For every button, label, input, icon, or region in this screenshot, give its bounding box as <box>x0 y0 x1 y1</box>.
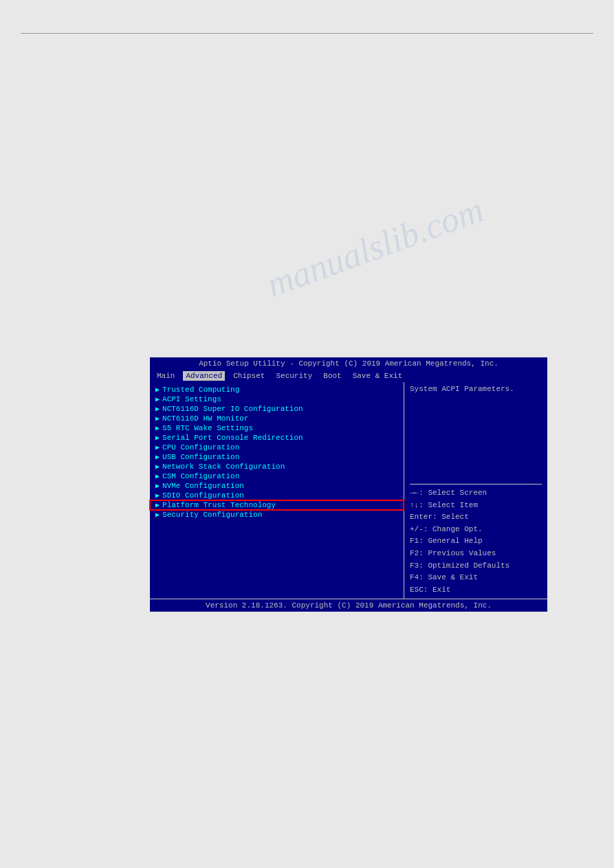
key-esc: ESC: Exit <box>410 584 542 597</box>
arrow-icon: ▶ <box>155 414 160 423</box>
bios-left-panel: ▶ Trusted Computing ▶ ACPI Settings ▶ NC… <box>150 382 404 599</box>
arrow-icon: ▶ <box>155 463 160 471</box>
nav-item-boot[interactable]: Boot <box>320 371 344 381</box>
key-select-item: ↑↓: Select Item <box>410 500 542 512</box>
key-f2: F2: Previous Values <box>410 548 542 560</box>
menu-trusted-computing[interactable]: ▶ Trusted Computing <box>150 385 404 394</box>
menu-csm-config[interactable]: ▶ CSM Configuration <box>150 471 404 481</box>
menu-usb-config[interactable]: ▶ USB Configuration <box>150 452 404 462</box>
menu-s5-rtc[interactable]: ▶ S5 RTC Wake Settings <box>150 423 404 433</box>
menu-serial-port[interactable]: ▶ Serial Port Console Redirection <box>150 433 404 443</box>
arrow-icon: ▶ <box>155 434 160 442</box>
key-f3: F3: Optimized Defaults <box>410 560 542 572</box>
arrow-icon: ▶ <box>155 501 160 509</box>
arrow-icon: ▶ <box>155 395 160 403</box>
page-background: manualslib.com Aptio Setup Utility - Cop… <box>0 0 614 868</box>
arrow-icon: ▶ <box>155 511 160 519</box>
key-change-opt: +/-: Change Opt. <box>410 524 542 536</box>
arrow-icon: ▶ <box>155 405 160 413</box>
key-help-section: →←: Select Screen ↑↓: Select Item Enter:… <box>410 487 542 596</box>
bios-footer: Version 2.18.1263. Copyright (C) 2019 Am… <box>150 599 547 612</box>
bios-body: ▶ Trusted Computing ▶ ACPI Settings ▶ NC… <box>150 382 547 599</box>
arrow-icon: ▶ <box>155 453 160 461</box>
key-f4: F4: Save & Exit <box>410 572 542 584</box>
watermark: manualslib.com <box>261 189 489 305</box>
bios-nav-bar: Main Advanced Chipset Security Boot Save… <box>150 370 547 382</box>
menu-security-config[interactable]: ▶ Security Configuration <box>150 510 404 520</box>
key-enter: Enter: Select <box>410 511 542 524</box>
arrow-icon: ▶ <box>155 443 160 452</box>
arrow-icon: ▶ <box>155 491 160 500</box>
menu-sdio-config[interactable]: ▶ SDIO Configuration <box>150 491 404 500</box>
menu-cpu-config[interactable]: ▶ CPU Configuration <box>150 443 404 452</box>
divider <box>410 484 542 485</box>
menu-network-stack[interactable]: ▶ Network Stack Configuration <box>150 462 404 471</box>
nav-item-security[interactable]: Security <box>273 371 315 381</box>
menu-nvme-config[interactable]: ▶ NVMe Configuration <box>150 481 404 491</box>
arrow-icon: ▶ <box>155 424 160 432</box>
menu-super-io[interactable]: ▶ NCT6116D Super IO Configuration <box>150 404 404 414</box>
top-decorative-line <box>21 33 593 34</box>
key-select-screen: →←: Select Screen <box>410 487 542 500</box>
menu-platform-trust[interactable]: ▶ Platform Trust Technology <box>150 500 404 510</box>
nav-item-main[interactable]: Main <box>154 371 177 381</box>
bios-right-panel: System ACPI Parameters. →←: Select Scree… <box>404 382 547 599</box>
nav-item-save-exit[interactable]: Save & Exit <box>350 371 406 381</box>
help-description: System ACPI Parameters. <box>410 385 542 393</box>
nav-item-chipset[interactable]: Chipset <box>230 371 267 381</box>
arrow-icon: ▶ <box>155 482 160 490</box>
arrow-icon: ▶ <box>155 472 160 480</box>
arrow-icon: ▶ <box>155 386 160 394</box>
nav-item-advanced[interactable]: Advanced <box>183 371 225 381</box>
key-f1: F1: General Help <box>410 535 542 548</box>
bios-title: Aptio Setup Utility - Copyright (C) 2019… <box>150 357 547 370</box>
menu-hw-monitor[interactable]: ▶ NCT6116D HW Monitor <box>150 414 404 423</box>
bios-screen: Aptio Setup Utility - Copyright (C) 2019… <box>150 357 547 612</box>
menu-acpi-settings[interactable]: ▶ ACPI Settings <box>150 394 404 404</box>
